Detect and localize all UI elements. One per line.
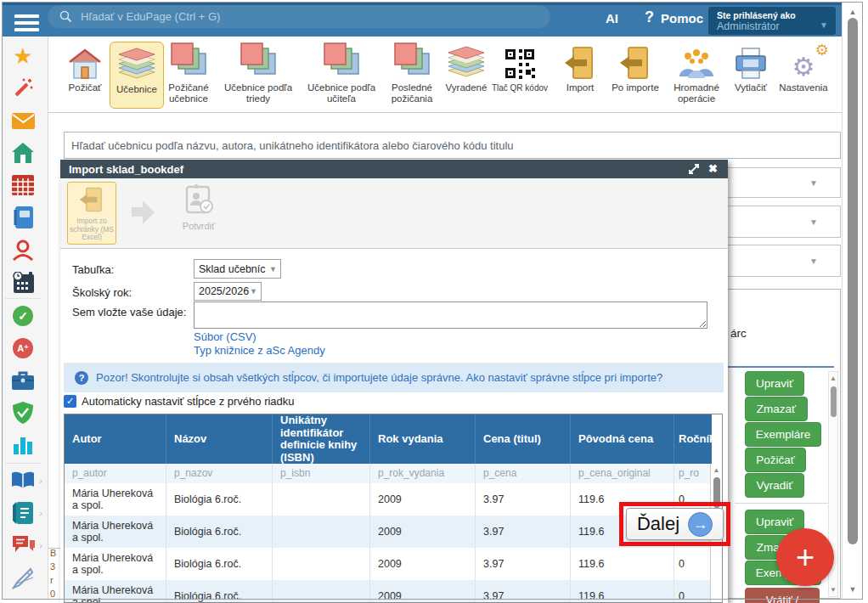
- chevron-down-icon: ▼: [809, 256, 818, 266]
- sidebar-item-approvals[interactable]: ✓: [0, 302, 46, 330]
- gear-icon: ⚙: [792, 54, 815, 80]
- toolbar-item-pozicane-ucebnice[interactable]: Požičané učebnice: [155, 41, 223, 104]
- scrollbar-thumb[interactable]: [848, 18, 858, 544]
- warning-text: Pozor! Skontrolujte si obsah všetkých st…: [96, 371, 662, 384]
- hamburger-menu-icon[interactable]: [14, 11, 39, 35]
- sidebar-item-messages[interactable]: [0, 106, 46, 135]
- column-header[interactable]: Pôvodná cena: [571, 414, 674, 464]
- clipped-text: árc: [730, 327, 747, 340]
- year-select[interactable]: 2025/2026▼: [194, 282, 262, 301]
- question-icon[interactable]: ?: [75, 371, 88, 385]
- scroll-up-icon[interactable]: ▲: [711, 466, 722, 474]
- scroll-down-icon[interactable]: ▼: [829, 586, 837, 594]
- clipped-text: B: [50, 548, 60, 558]
- column-header[interactable]: Ročník: [674, 414, 712, 464]
- ai-button[interactable]: AI: [606, 11, 618, 25]
- sidebar-item-timetable[interactable]: [0, 171, 46, 200]
- toolbar-item-tlac-qr-kodov[interactable]: Tlač QR kódov: [488, 41, 552, 93]
- column-header[interactable]: Názov: [166, 414, 273, 464]
- chevron-down-icon: ▼: [820, 20, 828, 30]
- add-fab-button[interactable]: +: [776, 528, 834, 586]
- chat-bubbles-icon: [12, 535, 35, 555]
- scroll-down-icon[interactable]: ▼: [843, 585, 863, 594]
- toolbar-item-ucebnice-podla-ucitela[interactable]: Učebnice podľa učiteľa: [299, 41, 384, 104]
- discarded-layers-icon: [447, 44, 486, 80]
- books-stack-icon: [393, 42, 431, 80]
- chevron-down-icon: ▼: [269, 265, 277, 273]
- scroll-up-icon[interactable]: ▲: [843, 8, 863, 16]
- help-icon[interactable]: ?: [645, 8, 654, 26]
- next-button[interactable]: Ďalej →: [626, 508, 724, 540]
- discard-button[interactable]: Vyradiť: [745, 473, 804, 498]
- table-row: Mária Uhereková a spol. Biológia 6.roč. …: [65, 580, 712, 603]
- toolbar-item-nastavenia[interactable]: ⚙⚙ Nastavenia: [771, 41, 836, 93]
- edit-button[interactable]: Upraviť: [745, 371, 804, 396]
- sidebar-item-agenda[interactable]: [0, 268, 46, 296]
- open-book-icon: [11, 471, 35, 490]
- placeholder-row: p_autor p_nazov p_isbn p_rok_vydania p_c…: [65, 464, 712, 483]
- home-icon: [12, 143, 34, 163]
- divider: [735, 503, 837, 504]
- dialog-toolbar: Import zo schránky (MS Excel) Potvrdiť: [60, 178, 728, 249]
- book-search-input[interactable]: Hľadať učebnicu podľa názvu, autora, uni…: [64, 132, 841, 159]
- asc-agenda-link[interactable]: Typ knižnice z aSc Agendy: [194, 344, 325, 357]
- import-clipboard-label: Import zo schránky (MS Excel): [68, 217, 116, 242]
- auto-columns-option[interactable]: ✓ Automaticky nastaviť stĺpce z prvého r…: [64, 395, 295, 408]
- printer-icon: [734, 48, 768, 80]
- confirm-button[interactable]: Potvrdiť: [172, 182, 225, 245]
- warning-banner: ? Pozor! Skontrolujte si obsah všetkých …: [64, 363, 724, 392]
- column-header[interactable]: Cena (titul): [476, 414, 571, 464]
- toolbar-item-vyradene[interactable]: Vyradené: [438, 41, 494, 93]
- import-clipboard-button[interactable]: Import zo schránky (MS Excel): [67, 182, 116, 245]
- checkbox-checked-icon[interactable]: ✓: [64, 395, 76, 408]
- sidebar-item-library[interactable]: ›: [0, 466, 46, 495]
- sidebar-item-profile[interactable]: [0, 235, 46, 264]
- copies-button[interactable]: Exempláre: [745, 422, 821, 447]
- global-search-input[interactable]: [79, 9, 507, 24]
- expand-icon[interactable]: [689, 164, 699, 174]
- sidebar-item-wizard[interactable]: [0, 74, 46, 103]
- global-search[interactable]: [48, 5, 550, 28]
- scrollbar-thumb[interactable]: [831, 386, 837, 417]
- sidebar-item-security[interactable]: [0, 398, 46, 427]
- column-header[interactable]: Rok vydania: [370, 414, 476, 464]
- people-group-icon: [678, 48, 715, 80]
- sidebar-item-briefcase[interactable]: [0, 366, 46, 395]
- sidebar-item-favorites[interactable]: ★: [0, 42, 46, 70]
- close-icon[interactable]: ✖: [708, 162, 718, 175]
- column-header[interactable]: Autor: [65, 414, 166, 464]
- page-scrollbar[interactable]: ▲ ▼: [842, 3, 863, 599]
- toolbar-item-hromadne-operacie[interactable]: Hromadné operácie: [664, 41, 729, 104]
- sidebar-item-gradebook[interactable]: [0, 203, 46, 232]
- toolbar-item-po-importe[interactable]: Po importe: [603, 41, 668, 93]
- toolbar-item-posledne-pozicania[interactable]: Posledné požičania: [378, 41, 446, 104]
- return-button[interactable]: Vrátiť /: [745, 588, 820, 603]
- column-header[interactable]: Unikátny identifikátor definície knihy (…: [273, 414, 370, 464]
- dialog-titlebar[interactable]: Import sklad_bookdef ✖: [60, 160, 728, 178]
- delete-button[interactable]: Zmazať: [745, 397, 808, 421]
- sidebar-item-editor[interactable]: [0, 564, 46, 593]
- toolbar-item-pozicat[interactable]: Požičať: [59, 41, 110, 93]
- checkbox-label: Automaticky nastaviť stĺpce z prvého ria…: [82, 395, 295, 408]
- csv-file-link[interactable]: Súbor (CSV): [194, 330, 256, 343]
- toolbar-item-ucebnice-podla-triedy[interactable]: Učebnice podľa triedy: [216, 41, 301, 104]
- chevron-right-icon: ›: [39, 540, 42, 550]
- help-button[interactable]: Pomoc: [661, 11, 703, 25]
- toolbar-item-import[interactable]: Import: [555, 41, 606, 93]
- briefcase-icon: [12, 371, 34, 390]
- lend-button[interactable]: Požičať: [745, 448, 806, 472]
- sidebar-item-chat[interactable]: ›: [0, 531, 46, 560]
- dialog-title: Import sklad_bookdef: [69, 163, 183, 176]
- gear-small-icon: ⚙: [815, 41, 829, 59]
- user-role: Administrátor: [717, 20, 827, 33]
- confirm-icon: [184, 184, 213, 215]
- user-role-selector[interactable]: Ste prihlásený ako Administrátor ▼: [708, 7, 836, 35]
- toolbar-item-vytlacit[interactable]: Vytlačiť: [725, 41, 776, 93]
- sidebar-item-statistics[interactable]: [0, 431, 46, 459]
- sidebar-item-home[interactable]: [0, 138, 46, 167]
- sidebar-item-documents[interactable]: ›: [0, 499, 46, 527]
- table-select[interactable]: Sklad učebníc▼: [194, 259, 281, 279]
- paste-data-textarea[interactable]: [194, 302, 707, 329]
- sidebar-item-grades[interactable]: A⁺: [0, 334, 46, 363]
- scroll-up-icon[interactable]: ▲: [829, 375, 837, 382]
